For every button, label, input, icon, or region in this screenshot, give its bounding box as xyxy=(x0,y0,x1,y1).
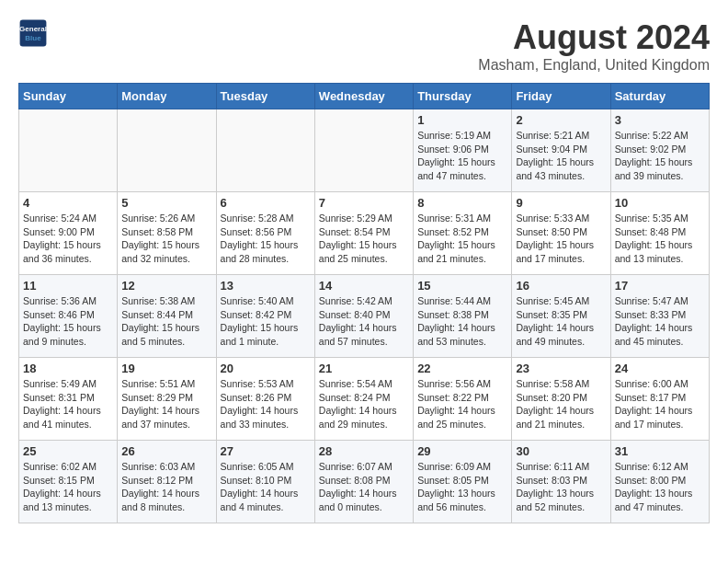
day-info: Sunrise: 5:31 AM Sunset: 8:52 PM Dayligh… xyxy=(417,212,507,266)
day-info: Sunrise: 6:05 AM Sunset: 8:10 PM Dayligh… xyxy=(221,460,311,514)
table-row: 30Sunrise: 6:11 AM Sunset: 8:03 PM Dayli… xyxy=(512,441,610,523)
table-row: 12Sunrise: 5:38 AM Sunset: 8:44 PM Dayli… xyxy=(118,275,216,358)
weekday-header-row: SundayMondayTuesdayWednesdayThursdayFrid… xyxy=(19,84,710,109)
page-header: General Blue August 2024 Masham, England… xyxy=(18,18,710,74)
weekday-header-thursday: Thursday xyxy=(414,84,512,109)
day-number: 16 xyxy=(516,279,606,293)
table-row: 10Sunrise: 5:35 AM Sunset: 8:48 PM Dayli… xyxy=(610,192,709,275)
day-info: Sunrise: 5:24 AM Sunset: 9:00 PM Dayligh… xyxy=(23,212,113,266)
table-row: 9Sunrise: 5:33 AM Sunset: 8:50 PM Daylig… xyxy=(512,192,610,275)
day-info: Sunrise: 5:51 AM Sunset: 8:29 PM Dayligh… xyxy=(121,377,211,431)
weekday-header-monday: Monday xyxy=(118,84,216,109)
table-row: 4Sunrise: 5:24 AM Sunset: 9:00 PM Daylig… xyxy=(19,192,118,275)
day-info: Sunrise: 6:12 AM Sunset: 8:00 PM Dayligh… xyxy=(615,460,705,514)
table-row: 27Sunrise: 6:05 AM Sunset: 8:10 PM Dayli… xyxy=(216,441,314,523)
day-number: 24 xyxy=(615,362,705,375)
day-info: Sunrise: 6:11 AM Sunset: 8:03 PM Dayligh… xyxy=(516,460,606,514)
day-number: 21 xyxy=(319,362,409,375)
day-info: Sunrise: 5:38 AM Sunset: 8:44 PM Dayligh… xyxy=(121,294,211,349)
day-number: 19 xyxy=(121,362,211,375)
day-number: 14 xyxy=(319,279,409,293)
table-row: 29Sunrise: 6:09 AM Sunset: 8:05 PM Dayli… xyxy=(414,441,512,523)
day-info: Sunrise: 6:02 AM Sunset: 8:15 PM Dayligh… xyxy=(23,460,113,514)
calendar-week-1: 1Sunrise: 5:19 AM Sunset: 9:06 PM Daylig… xyxy=(19,109,710,192)
day-number: 29 xyxy=(417,444,507,458)
table-row: 28Sunrise: 6:07 AM Sunset: 8:08 PM Dayli… xyxy=(314,441,413,523)
day-number: 28 xyxy=(319,444,409,458)
table-row: 8Sunrise: 5:31 AM Sunset: 8:52 PM Daylig… xyxy=(414,192,512,275)
table-row: 15Sunrise: 5:44 AM Sunset: 8:38 PM Dayli… xyxy=(414,275,512,358)
table-row xyxy=(314,109,413,192)
weekday-header-sunday: Sunday xyxy=(19,84,118,109)
calendar-table: SundayMondayTuesdayWednesdayThursdayFrid… xyxy=(18,83,710,523)
day-info: Sunrise: 5:44 AM Sunset: 8:38 PM Dayligh… xyxy=(417,294,507,349)
day-info: Sunrise: 6:03 AM Sunset: 8:12 PM Dayligh… xyxy=(121,460,211,514)
day-info: Sunrise: 5:28 AM Sunset: 8:56 PM Dayligh… xyxy=(221,212,311,266)
day-number: 9 xyxy=(516,196,606,210)
svg-text:Blue: Blue xyxy=(25,34,41,42)
day-info: Sunrise: 6:09 AM Sunset: 8:05 PM Dayligh… xyxy=(417,460,507,514)
day-info: Sunrise: 5:47 AM Sunset: 8:33 PM Dayligh… xyxy=(615,294,705,349)
day-number: 1 xyxy=(417,113,507,127)
day-info: Sunrise: 5:53 AM Sunset: 8:26 PM Dayligh… xyxy=(221,377,311,431)
table-row: 3Sunrise: 5:22 AM Sunset: 9:02 PM Daylig… xyxy=(610,109,709,192)
day-number: 13 xyxy=(221,279,311,293)
table-row: 26Sunrise: 6:03 AM Sunset: 8:12 PM Dayli… xyxy=(118,441,216,523)
day-number: 20 xyxy=(221,362,311,375)
day-number: 17 xyxy=(615,279,705,293)
calendar-week-2: 4Sunrise: 5:24 AM Sunset: 9:00 PM Daylig… xyxy=(19,192,710,275)
table-row: 18Sunrise: 5:49 AM Sunset: 8:31 PM Dayli… xyxy=(19,358,118,441)
day-info: Sunrise: 5:19 AM Sunset: 9:06 PM Dayligh… xyxy=(417,129,507,183)
day-number: 31 xyxy=(615,444,705,458)
table-row: 11Sunrise: 5:36 AM Sunset: 8:46 PM Dayli… xyxy=(19,275,118,358)
table-row: 6Sunrise: 5:28 AM Sunset: 8:56 PM Daylig… xyxy=(216,192,314,275)
day-number: 18 xyxy=(23,362,113,375)
day-number: 11 xyxy=(23,279,113,293)
logo-icon: General Blue xyxy=(18,18,48,48)
calendar-week-5: 25Sunrise: 6:02 AM Sunset: 8:15 PM Dayli… xyxy=(19,441,710,523)
calendar-header: SundayMondayTuesdayWednesdayThursdayFrid… xyxy=(19,84,710,109)
day-number: 15 xyxy=(417,279,507,293)
table-row: 25Sunrise: 6:02 AM Sunset: 8:15 PM Dayli… xyxy=(19,441,118,523)
day-number: 8 xyxy=(417,196,507,210)
table-row: 20Sunrise: 5:53 AM Sunset: 8:26 PM Dayli… xyxy=(216,358,314,441)
day-number: 6 xyxy=(221,196,311,210)
table-row: 2Sunrise: 5:21 AM Sunset: 9:04 PM Daylig… xyxy=(512,109,610,192)
weekday-header-friday: Friday xyxy=(512,84,610,109)
day-number: 3 xyxy=(615,113,705,127)
day-info: Sunrise: 5:26 AM Sunset: 8:58 PM Dayligh… xyxy=(121,212,211,266)
weekday-header-saturday: Saturday xyxy=(610,84,709,109)
table-row: 22Sunrise: 5:56 AM Sunset: 8:22 PM Dayli… xyxy=(414,358,512,441)
weekday-header-wednesday: Wednesday xyxy=(314,84,413,109)
table-row: 13Sunrise: 5:40 AM Sunset: 8:42 PM Dayli… xyxy=(216,275,314,358)
day-info: Sunrise: 5:21 AM Sunset: 9:04 PM Dayligh… xyxy=(516,129,606,183)
day-number: 7 xyxy=(319,196,409,210)
table-row xyxy=(216,109,314,192)
day-number: 30 xyxy=(516,444,606,458)
day-number: 25 xyxy=(23,444,113,458)
day-info: Sunrise: 5:56 AM Sunset: 8:22 PM Dayligh… xyxy=(417,377,507,431)
table-row: 24Sunrise: 6:00 AM Sunset: 8:17 PM Dayli… xyxy=(610,358,709,441)
day-info: Sunrise: 5:36 AM Sunset: 8:46 PM Dayligh… xyxy=(23,294,113,349)
day-number: 27 xyxy=(221,444,311,458)
day-info: Sunrise: 6:00 AM Sunset: 8:17 PM Dayligh… xyxy=(615,377,705,431)
day-number: 10 xyxy=(615,196,705,210)
day-info: Sunrise: 5:54 AM Sunset: 8:24 PM Dayligh… xyxy=(319,377,409,431)
table-row: 21Sunrise: 5:54 AM Sunset: 8:24 PM Dayli… xyxy=(314,358,413,441)
table-row: 7Sunrise: 5:29 AM Sunset: 8:54 PM Daylig… xyxy=(314,192,413,275)
day-number: 4 xyxy=(23,196,113,210)
day-number: 26 xyxy=(121,444,211,458)
month-year-title: August 2024 xyxy=(478,18,710,57)
day-number: 22 xyxy=(417,362,507,375)
day-info: Sunrise: 5:29 AM Sunset: 8:54 PM Dayligh… xyxy=(319,212,409,266)
location-subtitle: Masham, England, United Kingdom xyxy=(478,57,710,74)
weekday-header-tuesday: Tuesday xyxy=(216,84,314,109)
day-number: 12 xyxy=(121,279,211,293)
table-row xyxy=(19,109,118,192)
table-row: 5Sunrise: 5:26 AM Sunset: 8:58 PM Daylig… xyxy=(118,192,216,275)
logo: General Blue xyxy=(18,18,48,48)
day-info: Sunrise: 6:07 AM Sunset: 8:08 PM Dayligh… xyxy=(319,460,409,514)
day-info: Sunrise: 5:35 AM Sunset: 8:48 PM Dayligh… xyxy=(615,212,705,266)
calendar-week-3: 11Sunrise: 5:36 AM Sunset: 8:46 PM Dayli… xyxy=(19,275,710,358)
day-info: Sunrise: 5:22 AM Sunset: 9:02 PM Dayligh… xyxy=(615,129,705,183)
